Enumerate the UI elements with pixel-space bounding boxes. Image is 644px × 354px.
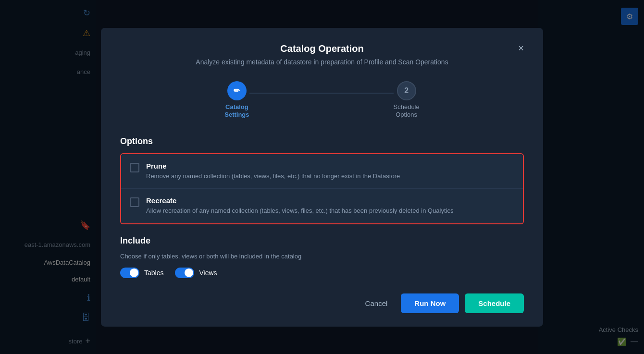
include-title: Include: [120, 236, 524, 246]
modal-footer: Cancel Run Now Schedule: [120, 293, 524, 313]
close-button[interactable]: ×: [518, 43, 524, 52]
views-toggle-item: Views: [175, 268, 217, 278]
views-toggle[interactable]: [175, 268, 194, 278]
views-label: Views: [199, 269, 217, 277]
cancel-button[interactable]: Cancel: [358, 294, 396, 312]
stepper: ✏ Catalog Settings 2 Schedule Options: [120, 81, 524, 119]
recreate-name: Recreate: [146, 196, 454, 205]
option-prune: Prune Remove any named collection (table…: [121, 154, 523, 188]
step-2-label: Schedule Options: [394, 103, 420, 119]
step-1-circle: ✏: [227, 81, 247, 100]
options-box: Prune Remove any named collection (table…: [120, 153, 524, 224]
step-1: ✏ Catalog Settings: [224, 81, 249, 119]
run-now-button[interactable]: Run Now: [401, 293, 459, 313]
tables-label: Tables: [144, 269, 163, 277]
step-1-label: Catalog Settings: [224, 103, 249, 119]
include-subtitle: Choose if only tables, views or both wil…: [120, 253, 524, 260]
prune-desc: Remove any named collection (tables, vie…: [146, 172, 400, 181]
tables-toggle-item: Tables: [120, 268, 163, 278]
schedule-button[interactable]: Schedule: [465, 293, 524, 313]
modal-header: Catalog Operation ×: [120, 43, 524, 54]
modal-title: Catalog Operation: [280, 43, 363, 54]
edit-icon: ✏: [234, 86, 240, 95]
step-2: 2 Schedule Options: [394, 81, 420, 119]
step-2-circle: 2: [397, 81, 416, 100]
option-recreate: Recreate Allow recreation of any named c…: [121, 188, 523, 223]
toggles-row: Tables Views: [120, 268, 524, 278]
prune-content: Prune Remove any named collection (table…: [146, 162, 400, 181]
recreate-content: Recreate Allow recreation of any named c…: [146, 196, 454, 215]
catalog-operation-modal: Catalog Operation × Analyze existing met…: [101, 27, 543, 326]
recreate-desc: Allow recreation of any named collection…: [146, 207, 454, 215]
tables-toggle[interactable]: [120, 268, 139, 278]
step-connector: [249, 93, 394, 94]
options-title: Options: [120, 136, 524, 146]
recreate-checkbox[interactable]: [130, 197, 139, 207]
prune-checkbox[interactable]: [130, 163, 139, 172]
prune-name: Prune: [146, 162, 400, 170]
modal-subtitle: Analyze existing metadata of datastore i…: [120, 58, 524, 65]
